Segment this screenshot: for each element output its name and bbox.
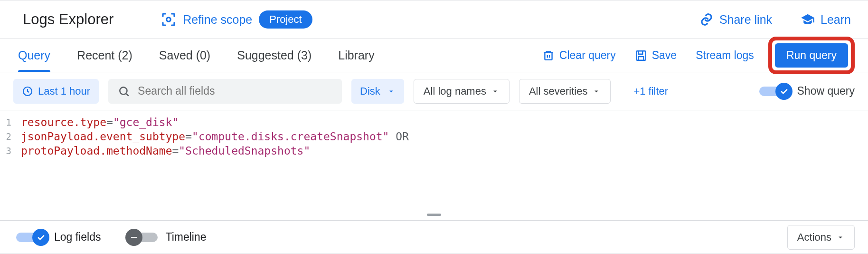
clear-query-label: Clear query <box>559 49 616 62</box>
more-filters-button[interactable]: +1 filter <box>633 85 668 98</box>
search-icon <box>118 85 130 98</box>
save-label: Save <box>652 49 677 62</box>
line-number: 3 <box>0 146 21 156</box>
log-fields-toggle-group: Log fields <box>16 229 101 246</box>
search-input[interactable] <box>137 84 332 98</box>
log-fields-toggle[interactable] <box>16 229 47 246</box>
resource-filter-dropdown[interactable]: Disk <box>351 79 404 104</box>
time-range-chip[interactable]: Last 1 hour <box>13 79 99 104</box>
severity-filter-dropdown[interactable]: All severities <box>519 79 611 104</box>
scope-badge: Project <box>259 10 312 29</box>
caret-down-icon <box>592 87 601 96</box>
share-link-button[interactable]: Share link <box>699 12 772 27</box>
scan-icon <box>161 12 176 27</box>
timeline-toggle[interactable] <box>127 229 158 246</box>
svg-point-4 <box>120 87 127 94</box>
actions-label: Actions <box>797 231 831 244</box>
trash-icon <box>542 49 555 62</box>
caret-down-icon <box>387 87 396 96</box>
tab-saved[interactable]: Saved (0) <box>159 49 210 62</box>
code-text: resource.type="gce_disk" <box>21 116 179 128</box>
code-text: jsonPayload.event_subtype="compute.disks… <box>21 130 409 143</box>
page-title: Logs Explorer <box>23 11 113 28</box>
header-bar: Logs Explorer Refine scope Project Share <box>0 0 868 39</box>
logs-explorer-app: Logs Explorer Refine scope Project Share <box>0 0 868 254</box>
clock-icon <box>22 86 33 97</box>
show-query-toggle[interactable] <box>759 83 790 100</box>
svg-rect-2 <box>636 51 646 60</box>
editor-line: 1 resource.type="gce_disk" <box>0 115 868 129</box>
logname-filter-label: All log names <box>424 85 486 98</box>
save-icon <box>635 49 647 62</box>
tab-library[interactable]: Library <box>338 49 374 62</box>
save-button[interactable]: Save <box>635 49 677 62</box>
log-fields-label: Log fields <box>54 231 101 244</box>
resize-handle[interactable] <box>0 209 868 220</box>
stream-logs-label: Stream logs <box>696 49 754 62</box>
learn-label: Learn <box>821 13 851 27</box>
code-text: protoPayload.methodName="ScheduledSnapsh… <box>21 145 310 157</box>
tab-query[interactable]: Query <box>18 49 50 62</box>
run-query-highlight: Run query <box>768 37 855 74</box>
timeline-label: Timeline <box>165 231 206 244</box>
filter-bar: Last 1 hour Disk All log names All sever… <box>0 72 868 110</box>
show-query-label: Show query <box>797 85 855 98</box>
query-editor[interactable]: 1 resource.type="gce_disk" 2 jsonPayload… <box>0 110 868 220</box>
resource-filter-label: Disk <box>360 85 380 98</box>
caret-down-icon <box>491 87 500 96</box>
graduation-cap-icon <box>801 12 815 27</box>
tab-suggested[interactable]: Suggested (3) <box>237 49 311 62</box>
query-tabs-bar: Query Recent (2) Saved (0) Suggested (3)… <box>0 39 868 72</box>
timeline-toggle-group: Timeline <box>127 229 206 246</box>
severity-filter-label: All severities <box>529 85 587 98</box>
tab-recent[interactable]: Recent (2) <box>77 49 132 62</box>
editor-line: 3 protoPayload.methodName="ScheduledSnap… <box>0 144 868 158</box>
line-number: 1 <box>0 117 21 127</box>
search-fields-box[interactable] <box>108 79 342 104</box>
editor-line: 2 jsonPayload.event_subtype="compute.dis… <box>0 129 868 144</box>
line-number: 2 <box>0 131 21 142</box>
svg-point-0 <box>167 18 171 22</box>
caret-down-icon <box>836 233 845 242</box>
share-link-label: Share link <box>719 13 772 27</box>
refine-scope-button[interactable]: Refine scope Project <box>161 10 312 29</box>
learn-button[interactable]: Learn <box>801 12 851 27</box>
link-icon <box>699 12 714 27</box>
logname-filter-dropdown[interactable]: All log names <box>414 79 509 104</box>
refine-scope-label: Refine scope <box>183 13 252 27</box>
run-query-button[interactable]: Run query <box>775 43 848 68</box>
clear-query-button[interactable]: Clear query <box>542 49 616 62</box>
time-range-label: Last 1 hour <box>38 85 90 98</box>
show-query-toggle-group: Show query <box>759 83 855 100</box>
actions-dropdown[interactable]: Actions <box>787 225 855 250</box>
stream-logs-button[interactable]: Stream logs <box>696 49 754 62</box>
bottom-toolbar: Log fields Timeline Actions <box>0 220 868 254</box>
editor-lines: 1 resource.type="gce_disk" 2 jsonPayload… <box>0 110 868 163</box>
svg-rect-1 <box>545 52 552 59</box>
